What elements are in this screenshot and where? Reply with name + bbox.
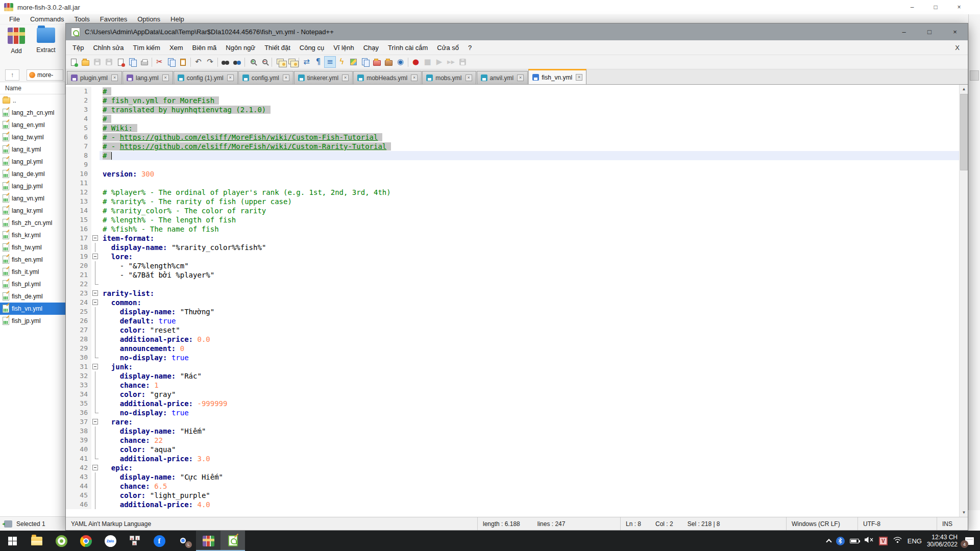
code-text[interactable]: chance: 1 — [100, 381, 159, 390]
code-text[interactable]: color: "reset" — [100, 325, 180, 335]
code-text[interactable]: # — [100, 87, 111, 96]
file-list-item[interactable]: fish_jp.yml — [0, 315, 65, 327]
tab-close-icon[interactable]: × — [111, 74, 118, 81]
code-text[interactable]: - "&7Bắt bởi %player%" — [100, 270, 214, 280]
fold-margin[interactable] — [91, 252, 100, 261]
file-list-item[interactable]: fish_pl.yml — [0, 278, 65, 290]
code-text[interactable]: # - https://github.com/elsiff/MoreFish/w… — [100, 142, 391, 151]
code-text[interactable]: version: 300 — [100, 169, 154, 179]
fold-collapse-icon[interactable] — [92, 254, 98, 259]
copy-button[interactable] — [165, 56, 177, 68]
fold-margin[interactable] — [91, 463, 100, 472]
tab-plugin-yml[interactable]: plugin.yml× — [67, 71, 122, 84]
code-text[interactable]: announcement: 0 — [100, 344, 184, 353]
code-text[interactable]: # — [100, 151, 112, 160]
code-text[interactable]: junk: — [100, 362, 133, 371]
notepadpp-close-button[interactable]: × — [942, 23, 968, 40]
code-text[interactable]: # %length% - The length of fish — [100, 215, 236, 224]
tab-close-icon[interactable]: × — [517, 74, 524, 81]
file-list-item[interactable]: lang_kr.yml — [0, 205, 65, 217]
scroll-down-arrow-icon[interactable]: ▼ — [960, 508, 968, 517]
npp-menu-item-5[interactable]: Ngôn ngữ — [221, 44, 260, 52]
code-text[interactable]: # fish_vn.yml for MoreFish — [100, 96, 219, 105]
code-text[interactable]: display-name: "Rác" — [100, 371, 202, 381]
tab-mobHeads-yml[interactable]: mobHeads.yml× — [353, 71, 422, 84]
npp-menu-item-2[interactable]: Tìm kiếm — [128, 44, 164, 52]
file-list-name-column-header[interactable]: Name — [0, 82, 65, 94]
editor-area[interactable]: 1#2# fish_vn.yml for MoreFish3# translat… — [66, 84, 968, 517]
tab-close-icon[interactable]: × — [227, 74, 234, 81]
npp-menu-item-4[interactable]: Biên mã — [188, 44, 222, 52]
file-list-item[interactable]: fish_zh_cn.yml — [0, 217, 65, 229]
cut-button[interactable]: ✂ — [154, 56, 165, 68]
code-text[interactable] — [100, 179, 103, 188]
npp-menu-item-0[interactable]: Tệp — [68, 44, 88, 52]
save-all-button[interactable] — [103, 56, 115, 68]
fold-collapse-icon[interactable] — [92, 465, 98, 470]
winrar-address-combo[interactable]: more- — [27, 69, 63, 81]
tab-close-icon[interactable]: × — [411, 74, 418, 81]
code-text[interactable]: display-name: "Hiếm" — [100, 427, 206, 436]
winrar-extract-button[interactable]: Extract — [33, 28, 59, 54]
winrar-menu-commands[interactable]: Commands — [25, 15, 69, 23]
file-list-item[interactable]: lang_tw.yml — [0, 131, 65, 143]
document-map-button[interactable] — [348, 56, 359, 68]
taskbar-coccoc[interactable] — [49, 531, 74, 551]
npp-menu-item-12[interactable]: ? — [463, 44, 476, 52]
npp-menu-item-9[interactable]: Chạy — [359, 44, 383, 52]
code-text[interactable]: - "&7%length%cm" — [100, 261, 189, 270]
tab-close-icon[interactable]: × — [162, 74, 169, 81]
npp-menu-item-10[interactable]: Trình cài cắm — [383, 44, 432, 52]
find-button[interactable] — [219, 56, 231, 68]
notepadpp-minimize-button[interactable]: – — [891, 23, 917, 40]
fold-margin[interactable] — [91, 298, 100, 307]
fold-collapse-icon[interactable] — [92, 299, 98, 305]
tab-anvil-yml[interactable]: anvil.yml× — [477, 71, 528, 84]
editor-vertical-scrollbar[interactable]: ▲ ▼ — [959, 85, 968, 517]
wifi-icon[interactable] — [893, 536, 902, 545]
vietkey-icon[interactable]: V — [879, 537, 888, 545]
macro-play-button[interactable]: ▶ — [433, 56, 445, 68]
close-button[interactable] — [115, 56, 127, 68]
npp-menu-item-8[interactable]: Vĩ lệnh — [329, 44, 358, 52]
function-list-button[interactable]: ϟ — [336, 56, 348, 68]
indent-guide-button[interactable]: ≡ — [324, 56, 336, 68]
replace-button[interactable] — [231, 56, 243, 68]
tab-close-icon[interactable]: × — [342, 74, 349, 81]
tab-config-yml[interactable]: config.yml× — [238, 71, 293, 84]
fold-collapse-icon[interactable] — [92, 419, 98, 424]
winrar-minimize-button[interactable]: – — [900, 0, 924, 14]
file-list-item[interactable]: lang_de.yml — [0, 168, 65, 180]
code-text[interactable]: additional-price: -999999 — [100, 399, 227, 408]
save-button[interactable] — [91, 56, 103, 68]
winrar-menu-options[interactable]: Options — [132, 15, 165, 23]
file-list-item[interactable]: fish_tw.yml — [0, 241, 65, 254]
scroll-up-arrow-icon[interactable]: ▲ — [960, 85, 968, 93]
tab-mobs-yml[interactable]: mobs.yml× — [422, 71, 476, 84]
fold-collapse-icon[interactable] — [92, 364, 98, 369]
npp-menu-item-3[interactable]: Xem — [165, 44, 188, 52]
taskbar-facebook[interactable]: f — [147, 531, 172, 551]
redo-button[interactable]: ↷ — [204, 56, 216, 68]
bluetooth-icon[interactable] — [836, 537, 845, 545]
code-text[interactable]: rare: — [100, 417, 133, 427]
fold-margin[interactable] — [91, 234, 100, 243]
taskbar-unikey[interactable]: uin — [122, 531, 147, 551]
sync-vertical-scroll-button[interactable] — [274, 56, 285, 68]
npp-menu-item-7[interactable]: Công cụ — [295, 44, 329, 52]
code-text[interactable]: color: "light_purple" — [100, 491, 210, 500]
project-panel-button[interactable] — [383, 56, 395, 68]
winrar-close-button[interactable]: × — [947, 0, 971, 14]
fold-collapse-icon[interactable] — [92, 235, 98, 241]
code-text[interactable]: # translated by huynhqtienvtag (2.1.0) — [100, 105, 271, 114]
npp-menu-close-document-button[interactable]: X — [955, 44, 960, 52]
action-center-button[interactable]: 4 — [963, 535, 976, 547]
code-text[interactable]: # %rarity_color% - The color of rarity — [100, 206, 266, 215]
taskbar-winrar[interactable] — [196, 531, 220, 551]
npp-menu-item-6[interactable]: Thiết đặt — [260, 44, 295, 52]
document-monitor-button[interactable]: ◉ — [395, 56, 406, 68]
code-text[interactable]: item-format: — [100, 234, 154, 243]
code-text[interactable]: default: true — [100, 316, 176, 325]
file-list-item[interactable]: fish_it.yml — [0, 266, 65, 278]
code-text[interactable]: # %fish% - The name of fish — [100, 224, 219, 234]
